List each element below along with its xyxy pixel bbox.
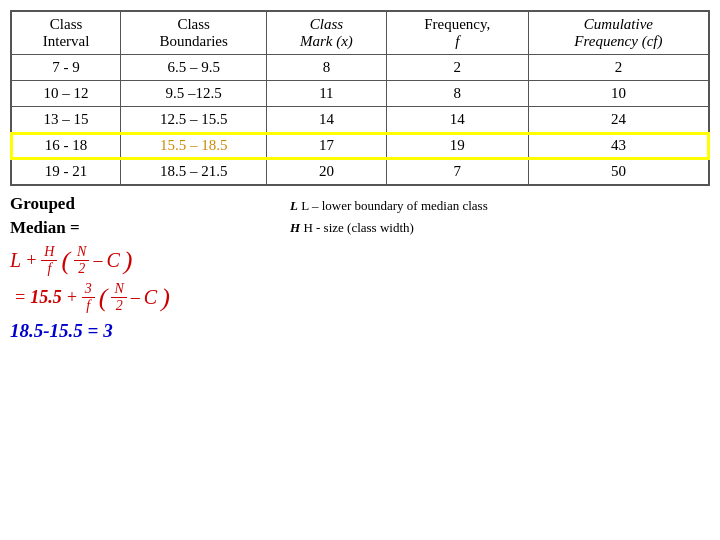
table-row: 16 - 1815.5 – 18.5171943	[11, 133, 709, 159]
cell-cf: 10	[528, 81, 709, 107]
note-h-description: H H - size (class width)	[290, 220, 710, 236]
cell-mark: 17	[267, 133, 387, 159]
median-label: Median =	[10, 218, 270, 238]
table-row: 10 – 129.5 –12.511810	[11, 81, 709, 107]
cell-freq: 19	[386, 133, 528, 159]
cell-boundaries: 9.5 –12.5	[121, 81, 267, 107]
fraction-n-2: N 2	[74, 244, 89, 277]
cell-mark: 14	[267, 107, 387, 133]
cell-boundaries: 18.5 – 21.5	[121, 159, 267, 186]
cell-freq: 2	[386, 55, 528, 81]
formula-display: L + H f ( N 2 – C )	[10, 244, 270, 277]
header-frequency: Frequency, f	[386, 11, 528, 55]
cell-boundaries: 12.5 – 15.5	[121, 107, 267, 133]
note-l-description: L L – lower boundary of median class	[290, 198, 710, 214]
header-class-mark: Class Mark (x)	[267, 11, 387, 55]
header-class-interval: Class Interval	[11, 11, 121, 55]
header-class-boundaries: Class Boundaries	[121, 11, 267, 55]
formula-left: Grouped Median = L + H f ( N 2 – C ) = 1…	[10, 194, 270, 342]
cell-cf: 2	[528, 55, 709, 81]
fraction-h-f: H f	[41, 244, 57, 277]
cell-interval: 19 - 21	[11, 159, 121, 186]
header-cumulative: Cumulative Frequency (cf)	[528, 11, 709, 55]
final-answer: 18.5-15.5 = 3	[10, 320, 270, 342]
cell-mark: 8	[267, 55, 387, 81]
table-row: 19 - 2118.5 – 21.520750	[11, 159, 709, 186]
table-row: 7 - 96.5 – 9.5822	[11, 55, 709, 81]
formula-substituted: = 15.5 + 3 f ( N 2 – C )	[14, 281, 270, 314]
formula-notes: L L – lower boundary of median class H H…	[290, 194, 710, 236]
cell-cf: 24	[528, 107, 709, 133]
cell-boundaries: 15.5 – 18.5	[121, 133, 267, 159]
cell-mark: 11	[267, 81, 387, 107]
table-row: 13 – 1512.5 – 15.5141424	[11, 107, 709, 133]
formula-l: L	[10, 249, 21, 272]
fraction-n-2b: N 2	[111, 281, 126, 314]
fraction-3-f: 3 f	[82, 281, 95, 314]
cell-cf: 43	[528, 133, 709, 159]
cell-interval: 16 - 18	[11, 133, 121, 159]
cell-mark: 20	[267, 159, 387, 186]
cell-freq: 7	[386, 159, 528, 186]
statistics-table: Class Interval Class Boundaries Class Ma…	[10, 10, 710, 186]
cell-interval: 10 – 12	[11, 81, 121, 107]
cell-boundaries: 6.5 – 9.5	[121, 55, 267, 81]
cell-interval: 13 – 15	[11, 107, 121, 133]
grouped-label: Grouped	[10, 194, 270, 214]
cell-freq: 8	[386, 81, 528, 107]
cell-freq: 14	[386, 107, 528, 133]
cell-interval: 7 - 9	[11, 55, 121, 81]
cell-cf: 50	[528, 159, 709, 186]
formula-section: Grouped Median = L + H f ( N 2 – C ) = 1…	[10, 194, 710, 342]
